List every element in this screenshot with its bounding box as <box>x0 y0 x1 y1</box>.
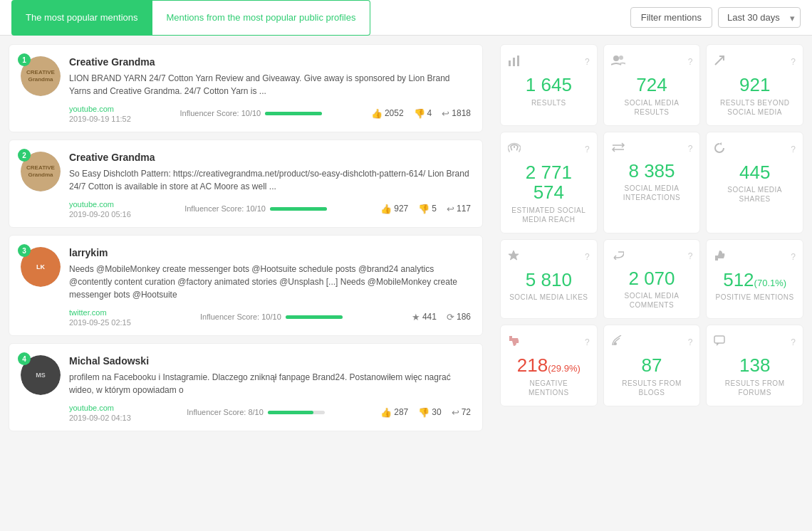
metric-card-8: ? 512(70.1%) POSITIVE MENTIONS <box>706 239 803 320</box>
reply-icon: ↩ <box>452 407 459 418</box>
card-date: 2019-09-25 02:15 <box>69 318 131 327</box>
thumbs-down-icon: 👎 <box>418 407 430 418</box>
card-text: profilem na Facebooku i Instagramie. Dla… <box>69 371 471 396</box>
card-footer: youtube.com 2019-09-20 05:16 Influencer … <box>69 199 471 219</box>
card-stats: 👍 287 👎 30 ↩ 72 <box>380 407 471 418</box>
mention-card: 4 MS Michal Sadowski profilem na Faceboo… <box>9 343 483 431</box>
metric-icon-2 <box>714 55 725 69</box>
top-bar-right: Filter mentions Last 30 days <box>630 7 801 28</box>
metric-icon-row: ? <box>611 142 693 155</box>
metric-card-7: ? 2 070 SOCIAL MEDIACOMMENTS <box>603 239 701 320</box>
reply-icon: ↩ <box>447 204 454 214</box>
thumbs-down-icon: 👎 <box>414 108 425 119</box>
card-stats: ★ 441 ⟳ 186 <box>412 312 471 322</box>
metric-help-9[interactable]: ? <box>585 337 590 347</box>
metric-card-6: ? 5 810 SOCIAL MEDIA LIKES <box>500 239 598 320</box>
metric-icon-row: ? <box>508 142 590 157</box>
filter-mentions-button[interactable]: Filter mentions <box>630 7 712 28</box>
metric-label-4: SOCIAL MEDIAINTERACTIONS <box>611 184 693 202</box>
metric-card-5: ? 445 SOCIAL MEDIASHARES <box>706 132 803 233</box>
metric-icon-row: ? <box>714 55 796 69</box>
card-content: Michal Sadowski profilem na Facebooku i … <box>69 355 471 422</box>
metric-label-2: RESULTS BEYONDSOCIAL MEDIA <box>714 98 796 117</box>
metric-icon-row: ? <box>508 55 590 69</box>
score-bar-wrap: Influencer Score: 8/10 <box>187 408 325 416</box>
metric-help-0[interactable]: ? <box>585 57 590 67</box>
source-link[interactable]: youtube.com <box>69 105 114 113</box>
card-source-group: youtube.com 2019-09-02 04:13 <box>69 402 131 422</box>
metric-icon-0 <box>508 55 521 69</box>
stat-likes: ★ 441 <box>412 312 437 322</box>
metric-help-4[interactable]: ? <box>688 144 693 154</box>
card-source-group: youtube.com 2019-09-20 05:16 <box>69 199 131 219</box>
metric-label-6: SOCIAL MEDIA LIKES <box>508 293 590 302</box>
metric-help-11[interactable]: ? <box>791 337 796 347</box>
metrics-grid: ? 1 645 RESULTS ? 724 SOCIAL MEDIARESULT… <box>500 44 803 406</box>
metric-value-9: 218(29.9%) <box>508 355 590 376</box>
metric-help-5[interactable]: ? <box>791 144 796 154</box>
metrics-panel: ? 1 645 RESULTS ? 724 SOCIAL MEDIARESULT… <box>491 36 812 531</box>
metric-help-2[interactable]: ? <box>791 57 796 67</box>
svg-rect-1 <box>513 58 515 66</box>
metric-help-10[interactable]: ? <box>688 337 693 347</box>
source-link[interactable]: twitter.com <box>69 308 107 317</box>
metric-icon-row: ? <box>611 335 693 349</box>
score-bar <box>270 207 327 211</box>
score-bar-bg <box>268 411 325 414</box>
score-bar-wrap: Influencer Score: 10/10 <box>184 204 327 213</box>
retweet-icon: ⟳ <box>447 312 454 322</box>
metric-value-0: 1 645 <box>508 75 590 95</box>
card-top: 1 CREATIVEGrandma Creative Grandma LION … <box>21 56 471 123</box>
tab-popular-profiles[interactable]: Mentions from the most popular public pr… <box>152 0 371 36</box>
metric-label-9: NEGATIVEMENTIONS <box>508 379 590 397</box>
source-link[interactable]: youtube.com <box>69 404 114 412</box>
metric-value-11: 138 <box>714 355 796 376</box>
card-content: larrykim Needs @MobileMonkey create mess… <box>69 247 471 327</box>
influencer-score: Influencer Score: 8/10 <box>187 408 264 416</box>
metric-help-1[interactable]: ? <box>688 57 693 67</box>
metric-value-2: 921 <box>714 75 796 95</box>
avatar-wrap: 4 MS <box>21 355 61 395</box>
metric-label-5: SOCIAL MEDIASHARES <box>714 185 796 204</box>
svg-rect-0 <box>509 61 511 66</box>
metric-card-10: ? 87 RESULTS FROMBLOGS <box>603 325 701 406</box>
metric-card-1: ? 724 SOCIAL MEDIARESULTS <box>603 44 701 126</box>
card-footer: twitter.com 2019-09-25 02:15 Influencer … <box>69 307 471 327</box>
source-link[interactable]: youtube.com <box>69 200 114 209</box>
metric-card-3: ? 2 771 574 ESTIMATED SOCIALMEDIA REACH <box>500 132 598 233</box>
metric-help-3[interactable]: ? <box>585 144 590 154</box>
profile-name: Creative Grandma <box>69 56 471 68</box>
mention-card: 2 CREATIVEGrandma Creative Grandma So Ea… <box>9 140 483 228</box>
stat-shares: ↩ 117 <box>447 204 471 214</box>
card-stats: 👍 927 👎 5 ↩ 117 <box>380 204 471 214</box>
stat-shares: ↩ 72 <box>452 407 471 418</box>
tab-popular-mentions[interactable]: The most popular mentions <box>11 0 152 36</box>
top-bar: The most popular mentions Mentions from … <box>0 0 812 36</box>
metric-icon-11 <box>714 335 725 349</box>
metric-icon-4 <box>611 142 625 155</box>
metric-icon-row: ? <box>508 250 590 264</box>
avatar-wrap: 3 LK <box>21 247 61 287</box>
metric-help-7[interactable]: ? <box>688 251 693 261</box>
thumbs-up-icon: 👍 <box>380 407 392 418</box>
metric-card-2: ? 921 RESULTS BEYONDSOCIAL MEDIA <box>706 44 803 126</box>
metric-help-6[interactable]: ? <box>585 252 590 262</box>
card-top: 4 MS Michal Sadowski profilem na Faceboo… <box>21 355 471 422</box>
metric-value-5: 445 <box>714 162 796 183</box>
rank-badge: 2 <box>18 149 31 162</box>
stat-likes: 👍 2052 <box>371 108 404 119</box>
rank-badge: 3 <box>18 244 31 257</box>
metric-icon-row: ? <box>611 250 693 263</box>
metric-help-8[interactable]: ? <box>791 252 796 262</box>
metric-label-8: POSITIVE MENTIONS <box>714 293 796 302</box>
metric-value-8: 512(70.1%) <box>714 270 796 290</box>
reply-icon: ↩ <box>442 108 449 119</box>
svg-rect-5 <box>715 256 718 261</box>
stat-shares: ↩ 1818 <box>442 108 471 119</box>
thumbs-up-icon: 👍 <box>380 204 392 214</box>
metric-icon-row: ? <box>714 335 796 349</box>
score-bar-bg <box>265 112 322 115</box>
card-stats: 👍 2052 👎 4 ↩ 1818 <box>371 108 471 119</box>
date-range-select[interactable]: Last 30 days <box>718 7 801 28</box>
metric-card-4: ? 8 385 SOCIAL MEDIAINTERACTIONS <box>603 132 701 233</box>
